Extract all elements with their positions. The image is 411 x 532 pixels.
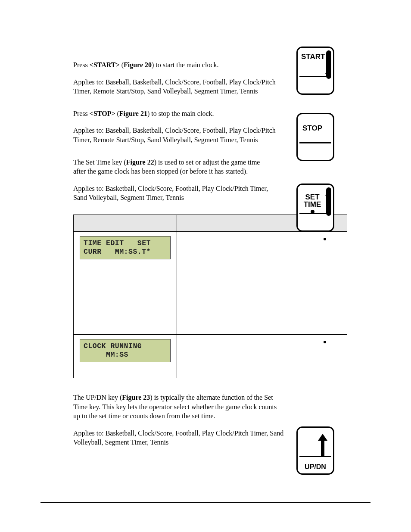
text-fragment: Press — [73, 61, 90, 68]
lcd-line: CLOCK RUNNING — [84, 342, 142, 350]
text-fragment: The UP/DN key ( — [73, 394, 122, 401]
updn-key-outline: UP/DN — [296, 426, 334, 475]
footer-rule — [40, 502, 371, 503]
updn-key-label: UP/DN — [298, 463, 333, 471]
settime-key-figure: SET TIME — [296, 184, 334, 232]
start-section: START Press <START> (Figure 20) to start… — [73, 60, 368, 96]
lcd-action-table: TIME EDIT SET CURR MM:SS.T* CLOCK RUNNIN… — [73, 215, 347, 378]
text-fragment: ) to stop the main clock. — [147, 110, 214, 117]
lcd-line: MM:SS — [84, 351, 128, 359]
stop-key-label: STOP — [301, 124, 324, 132]
updn-key-figure: UP/DN — [296, 426, 334, 475]
bold-figure-ref: Figure 23 — [122, 394, 150, 401]
table-row: CLOCK RUNNING MM:SS — [74, 334, 347, 378]
arrow-up-icon — [319, 434, 327, 457]
settime-text: The Set Time key (Figure 22) is used to … — [73, 158, 271, 202]
lcd-display-1: TIME EDIT SET CURR MM:SS.T* — [80, 236, 171, 259]
bold-figure-ref: Figure 22 — [126, 159, 154, 166]
text-fragment: ( — [115, 110, 119, 117]
text-fragment: Press — [73, 110, 90, 117]
arrow-up-icon — [325, 190, 331, 196]
start-text: Press <START> (Figure 20) to start the m… — [73, 60, 280, 96]
updn-line1: The UP/DN key (Figure 23) is typically t… — [73, 393, 284, 421]
lcd-cell-1: TIME EDIT SET CURR MM:SS.T* — [74, 231, 177, 334]
table-row: TIME EDIT SET CURR MM:SS.T* — [74, 231, 347, 334]
start-key-outline: START — [296, 47, 334, 95]
stop-line1: Press <STOP> (Figure 21) to stop the mai… — [73, 109, 280, 118]
start-applies: Applies to: Baseball, Basketball, Clock/… — [73, 78, 280, 96]
header-lcd — [74, 215, 177, 231]
updn-applies: Applies to: Basketball, Clock/Score, Foo… — [73, 429, 284, 447]
stop-key-figure: STOP — [296, 113, 334, 161]
stop-section: STOP Press <STOP> (Figure 21) to stop th… — [73, 109, 368, 145]
bold-key-name: <START> — [90, 61, 120, 68]
settime-key-label: SET TIME — [301, 193, 324, 214]
key-bottom-strip — [299, 142, 331, 158]
stop-key-outline: STOP — [296, 113, 334, 161]
bold-figure-ref: Figure 21 — [119, 110, 147, 117]
text-fragment: ) to start the main clock. — [152, 61, 219, 68]
settime-section: SET TIME The Set Time key (Figure 22) is… — [73, 158, 368, 202]
updn-section: UP/DN The UP/DN key (Figure 23) is typic… — [73, 393, 368, 447]
document-page: START Press <START> (Figure 20) to start… — [0, 0, 411, 532]
bold-key-name: <STOP> — [90, 110, 115, 117]
action-cell-2 — [177, 334, 347, 378]
stop-text: Press <STOP> (Figure 21) to stop the mai… — [73, 109, 280, 145]
settime-line1: The Set Time key (Figure 22) is used to … — [73, 158, 271, 176]
label-line2: TIME — [304, 200, 321, 208]
text-fragment: ( — [120, 61, 124, 68]
action-cell-1 — [177, 231, 347, 334]
start-line1: Press <START> (Figure 20) to start the m… — [73, 60, 280, 70]
stop-applies: Applies to: Baseball, Basketball, Clock/… — [73, 126, 280, 144]
start-key-label: START — [301, 53, 324, 60]
lcd-display-2: CLOCK RUNNING MM:SS — [80, 339, 171, 362]
bold-figure-ref: Figure 20 — [124, 61, 152, 68]
updn-text: The UP/DN key (Figure 23) is typically t… — [73, 393, 284, 447]
lcd-line: CURR MM:SS.T* — [84, 248, 151, 256]
lcd-line: TIME EDIT SET — [84, 239, 151, 247]
settime-key-outline: SET TIME — [296, 184, 334, 232]
start-key-figure: START — [296, 47, 334, 95]
settime-applies: Applies to: Basketball, Clock/Score, Foo… — [73, 184, 271, 202]
key-bottom-strip — [299, 213, 331, 229]
text-fragment: The Set Time key ( — [73, 159, 126, 166]
key-bottom-strip — [299, 76, 331, 92]
lcd-cell-2: CLOCK RUNNING MM:SS — [74, 334, 177, 378]
